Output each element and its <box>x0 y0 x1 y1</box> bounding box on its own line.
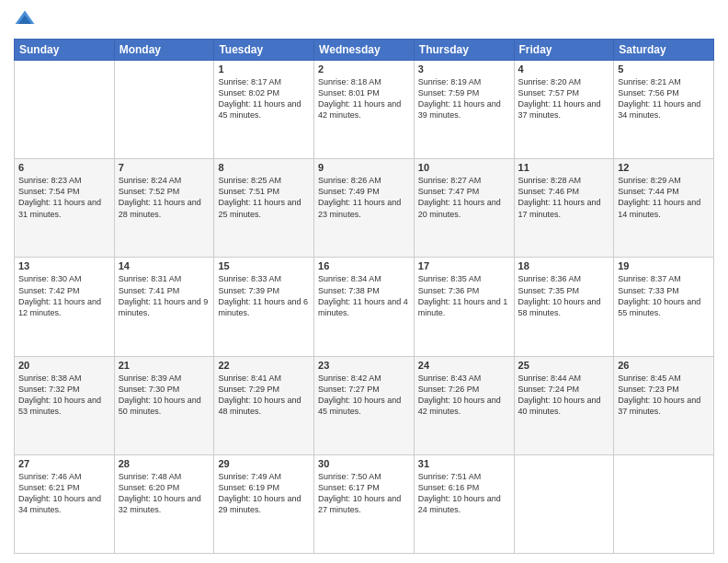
calendar-cell: 17Sunrise: 8:35 AM Sunset: 7:36 PM Dayli… <box>414 258 514 356</box>
calendar-cell: 1Sunrise: 8:17 AM Sunset: 8:02 PM Daylig… <box>214 61 314 159</box>
calendar-week-row: 27Sunrise: 7:46 AM Sunset: 6:21 PM Dayli… <box>15 454 714 553</box>
calendar-header-row: SundayMondayTuesdayWednesdayThursdayFrid… <box>15 40 714 61</box>
cell-content: Sunrise: 8:34 AM Sunset: 7:38 PM Dayligh… <box>318 273 410 318</box>
calendar-cell: 28Sunrise: 7:48 AM Sunset: 6:20 PM Dayli… <box>114 454 214 553</box>
day-number: 16 <box>318 260 410 271</box>
calendar-cell: 13Sunrise: 8:30 AM Sunset: 7:42 PM Dayli… <box>15 258 115 356</box>
calendar-cell: 3Sunrise: 8:19 AM Sunset: 7:59 PM Daylig… <box>414 61 514 159</box>
calendar-cell: 31Sunrise: 7:51 AM Sunset: 6:16 PM Dayli… <box>414 454 514 553</box>
day-number: 29 <box>218 458 310 469</box>
cell-content: Sunrise: 8:19 AM Sunset: 7:59 PM Dayligh… <box>418 76 510 121</box>
weekday-header-sunday: Sunday <box>15 40 115 61</box>
weekday-header-thursday: Thursday <box>414 40 514 61</box>
weekday-header-tuesday: Tuesday <box>214 40 314 61</box>
day-number: 5 <box>618 63 710 75</box>
day-number: 9 <box>318 162 410 173</box>
logo <box>14 9 40 31</box>
cell-content: Sunrise: 8:26 AM Sunset: 7:49 PM Dayligh… <box>318 175 410 220</box>
calendar-cell <box>514 454 614 553</box>
day-number: 1 <box>218 63 310 75</box>
cell-content: Sunrise: 8:27 AM Sunset: 7:47 PM Dayligh… <box>418 175 510 220</box>
page: SundayMondayTuesdayWednesdayThursdayFrid… <box>0 0 728 563</box>
day-number: 18 <box>518 260 610 271</box>
cell-content: Sunrise: 8:41 AM Sunset: 7:29 PM Dayligh… <box>218 373 310 418</box>
day-number: 24 <box>418 360 510 371</box>
calendar-cell: 14Sunrise: 8:31 AM Sunset: 7:41 PM Dayli… <box>114 258 214 356</box>
day-number: 4 <box>518 63 610 75</box>
cell-content: Sunrise: 7:49 AM Sunset: 6:19 PM Dayligh… <box>218 471 310 516</box>
calendar-cell: 18Sunrise: 8:36 AM Sunset: 7:35 PM Dayli… <box>514 258 614 356</box>
calendar-cell: 4Sunrise: 8:20 AM Sunset: 7:57 PM Daylig… <box>514 61 614 159</box>
calendar-cell: 23Sunrise: 8:42 AM Sunset: 7:27 PM Dayli… <box>314 356 415 454</box>
calendar-cell: 9Sunrise: 8:26 AM Sunset: 7:49 PM Daylig… <box>314 159 415 258</box>
day-number: 23 <box>318 360 410 371</box>
cell-content: Sunrise: 8:35 AM Sunset: 7:36 PM Dayligh… <box>418 273 510 318</box>
calendar-week-row: 13Sunrise: 8:30 AM Sunset: 7:42 PM Dayli… <box>15 258 714 356</box>
cell-content: Sunrise: 8:25 AM Sunset: 7:51 PM Dayligh… <box>218 175 310 220</box>
day-number: 7 <box>119 162 210 173</box>
day-number: 17 <box>418 260 510 271</box>
calendar-cell: 26Sunrise: 8:45 AM Sunset: 7:23 PM Dayli… <box>614 356 714 454</box>
cell-content: Sunrise: 8:37 AM Sunset: 7:33 PM Dayligh… <box>618 273 710 318</box>
day-number: 20 <box>18 360 110 371</box>
day-number: 12 <box>618 162 710 173</box>
calendar-cell: 25Sunrise: 8:44 AM Sunset: 7:24 PM Dayli… <box>514 356 614 454</box>
cell-content: Sunrise: 8:43 AM Sunset: 7:26 PM Dayligh… <box>418 373 510 418</box>
header <box>14 9 714 31</box>
calendar-cell: 22Sunrise: 8:41 AM Sunset: 7:29 PM Dayli… <box>214 356 314 454</box>
cell-content: Sunrise: 8:21 AM Sunset: 7:56 PM Dayligh… <box>618 76 710 121</box>
calendar-cell: 19Sunrise: 8:37 AM Sunset: 7:33 PM Dayli… <box>614 258 714 356</box>
calendar-cell: 29Sunrise: 7:49 AM Sunset: 6:19 PM Dayli… <box>214 454 314 553</box>
day-number: 25 <box>518 360 610 371</box>
calendar-week-row: 6Sunrise: 8:23 AM Sunset: 7:54 PM Daylig… <box>15 159 714 258</box>
calendar-cell: 30Sunrise: 7:50 AM Sunset: 6:17 PM Dayli… <box>314 454 415 553</box>
day-number: 10 <box>418 162 510 173</box>
cell-content: Sunrise: 8:28 AM Sunset: 7:46 PM Dayligh… <box>518 175 610 220</box>
calendar-table: SundayMondayTuesdayWednesdayThursdayFrid… <box>14 39 714 554</box>
day-number: 28 <box>119 458 210 469</box>
day-number: 27 <box>18 458 110 469</box>
day-number: 30 <box>318 458 410 469</box>
calendar-cell: 12Sunrise: 8:29 AM Sunset: 7:44 PM Dayli… <box>614 159 714 258</box>
cell-content: Sunrise: 8:24 AM Sunset: 7:52 PM Dayligh… <box>119 175 210 220</box>
day-number: 26 <box>618 360 710 371</box>
cell-content: Sunrise: 8:38 AM Sunset: 7:32 PM Dayligh… <box>18 373 110 418</box>
day-number: 11 <box>518 162 610 173</box>
weekday-header-monday: Monday <box>114 40 214 61</box>
cell-content: Sunrise: 8:33 AM Sunset: 7:39 PM Dayligh… <box>218 273 310 318</box>
day-number: 14 <box>119 260 210 271</box>
day-number: 2 <box>318 63 410 75</box>
calendar-cell: 5Sunrise: 8:21 AM Sunset: 7:56 PM Daylig… <box>614 61 714 159</box>
cell-content: Sunrise: 8:44 AM Sunset: 7:24 PM Dayligh… <box>518 373 610 418</box>
day-number: 8 <box>218 162 310 173</box>
day-number: 3 <box>418 63 510 75</box>
calendar-cell: 27Sunrise: 7:46 AM Sunset: 6:21 PM Dayli… <box>15 454 115 553</box>
cell-content: Sunrise: 8:42 AM Sunset: 7:27 PM Dayligh… <box>318 373 410 418</box>
cell-content: Sunrise: 7:51 AM Sunset: 6:16 PM Dayligh… <box>418 471 510 516</box>
day-number: 22 <box>218 360 310 371</box>
calendar-cell: 8Sunrise: 8:25 AM Sunset: 7:51 PM Daylig… <box>214 159 314 258</box>
cell-content: Sunrise: 8:36 AM Sunset: 7:35 PM Dayligh… <box>518 273 610 318</box>
cell-content: Sunrise: 7:50 AM Sunset: 6:17 PM Dayligh… <box>318 471 410 516</box>
calendar-cell: 21Sunrise: 8:39 AM Sunset: 7:30 PM Dayli… <box>114 356 214 454</box>
cell-content: Sunrise: 8:39 AM Sunset: 7:30 PM Dayligh… <box>119 373 210 418</box>
day-number: 31 <box>418 458 510 469</box>
day-number: 13 <box>18 260 110 271</box>
day-number: 21 <box>119 360 210 371</box>
cell-content: Sunrise: 8:30 AM Sunset: 7:42 PM Dayligh… <box>18 273 110 318</box>
calendar-cell: 2Sunrise: 8:18 AM Sunset: 8:01 PM Daylig… <box>314 61 415 159</box>
weekday-header-friday: Friday <box>514 40 614 61</box>
calendar-cell: 7Sunrise: 8:24 AM Sunset: 7:52 PM Daylig… <box>114 159 214 258</box>
cell-content: Sunrise: 8:31 AM Sunset: 7:41 PM Dayligh… <box>119 273 210 318</box>
calendar-cell: 20Sunrise: 8:38 AM Sunset: 7:32 PM Dayli… <box>15 356 115 454</box>
calendar-cell: 24Sunrise: 8:43 AM Sunset: 7:26 PM Dayli… <box>414 356 514 454</box>
calendar-cell <box>114 61 214 159</box>
calendar-cell: 10Sunrise: 8:27 AM Sunset: 7:47 PM Dayli… <box>414 159 514 258</box>
calendar-cell: 15Sunrise: 8:33 AM Sunset: 7:39 PM Dayli… <box>214 258 314 356</box>
cell-content: Sunrise: 8:20 AM Sunset: 7:57 PM Dayligh… <box>518 76 610 121</box>
cell-content: Sunrise: 8:18 AM Sunset: 8:01 PM Dayligh… <box>318 76 410 121</box>
cell-content: Sunrise: 7:46 AM Sunset: 6:21 PM Dayligh… <box>18 471 110 516</box>
calendar-cell: 16Sunrise: 8:34 AM Sunset: 7:38 PM Dayli… <box>314 258 415 356</box>
day-number: 6 <box>18 162 110 173</box>
day-number: 15 <box>218 260 310 271</box>
